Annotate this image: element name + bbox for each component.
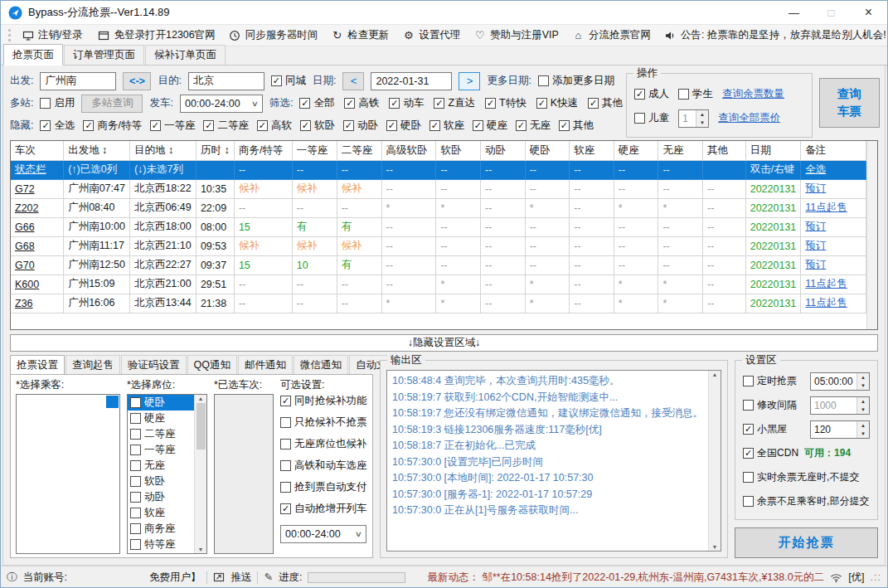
checkbox[interactable] — [130, 397, 141, 408]
checkbox[interactable] — [83, 120, 94, 131]
column-header[interactable]: 无座 — [658, 141, 703, 160]
toolbar-grip-handle[interactable] — [8, 29, 11, 41]
checkbox[interactable] — [536, 98, 547, 109]
hide-column-option[interactable]: 商务/特等 — [83, 119, 141, 133]
settings-tab-抢票设置[interactable]: 抢票设置 — [10, 355, 65, 375]
checkbox[interactable] — [130, 413, 141, 424]
spin-up-icon[interactable]: ▲ — [857, 421, 869, 430]
checkbox[interactable] — [588, 98, 599, 109]
scroll-down-icon[interactable]: ▼ — [198, 547, 204, 552]
multi-enable-checkbox[interactable]: 启用 — [40, 96, 75, 111]
adult-checkbox[interactable]: 成人 — [634, 87, 669, 101]
book-link[interactable]: 11点起售 — [801, 275, 866, 294]
date-input[interactable]: 2022-01-31 — [371, 72, 452, 90]
column-header[interactable]: 动卧 — [481, 141, 526, 160]
hide-column-option[interactable]: 其他 — [559, 119, 594, 133]
train-row[interactable]: G70广州南12:50北京西22:2709:371510有-----------… — [11, 255, 866, 275]
settings-tab-微信通知[interactable]: 微信通知 — [294, 355, 348, 375]
scroll-down-icon[interactable]: ▼ — [712, 544, 718, 550]
column-header[interactable]: 软座 — [570, 141, 614, 160]
column-header[interactable]: 备注 — [801, 141, 866, 160]
add-more-dates-checkbox[interactable]: 添加更多日期 — [538, 74, 614, 89]
book-link[interactable]: 预订 — [801, 255, 866, 275]
train-row[interactable]: Z36广州16:06北京西13:4421:38------**--*--**--… — [11, 294, 866, 313]
book-link[interactable]: 预订 — [801, 236, 866, 255]
push-label[interactable]: 推送 — [230, 571, 251, 585]
seat-list-scrollbar[interactable]: ▲ ▼ — [194, 395, 206, 553]
settings-tab-查询起售[interactable]: 查询起售 — [66, 355, 120, 375]
settings-tab-验证码设置[interactable]: 验证码设置 — [121, 355, 187, 375]
train-row[interactable]: K600广州15:09北京西21:0029:51--------*--*--**… — [11, 275, 866, 294]
hide-column-option[interactable]: 无座 — [516, 119, 551, 133]
column-header[interactable]: 其他 — [703, 141, 746, 160]
checkbox[interactable] — [280, 439, 291, 450]
toolbar-item[interactable]: 注销/登录 — [22, 28, 82, 42]
setting-checkbox[interactable]: 余票不足乘客时,部分提交 — [743, 494, 869, 508]
seat-option[interactable]: 动卧 — [128, 489, 194, 505]
query-price-link[interactable]: 查询全部票价 — [718, 111, 780, 125]
select-all-link[interactable]: 全选 — [801, 160, 866, 179]
seat-option[interactable]: 一等座 — [128, 442, 194, 458]
optional-setting[interactable]: 抢到票自动支付 — [280, 480, 367, 494]
depart-time-select[interactable]: 00:00-24:00∨ — [180, 95, 263, 113]
settings-tab-邮件通知[interactable]: 邮件通知 — [238, 355, 293, 375]
toolbar-item[interactable]: ♡赞助与注册VIP — [473, 28, 559, 42]
checkbox[interactable] — [130, 492, 141, 503]
spinner-buttons[interactable]: ▲▼ — [856, 421, 869, 438]
spin-down-icon[interactable]: ▼ — [857, 406, 869, 414]
checkbox[interactable] — [634, 113, 645, 124]
same-city-checkbox[interactable]: 同城 — [271, 74, 306, 88]
book-link[interactable]: 预订 — [801, 217, 866, 236]
selected-trains-list[interactable] — [214, 394, 274, 554]
train-number[interactable]: Z202 — [11, 198, 64, 217]
hide-column-option[interactable]: 二等座 — [203, 119, 249, 133]
checkbox[interactable] — [280, 482, 291, 493]
dest-input[interactable]: 北京 — [188, 72, 264, 90]
date-prev-button[interactable]: < — [342, 72, 364, 90]
checkbox[interactable] — [40, 120, 51, 131]
checkbox[interactable] — [743, 472, 754, 483]
spinner[interactable]: 05:00:00▲▼ — [810, 372, 870, 391]
spinner[interactable]: 120▲▼ — [810, 420, 870, 439]
checkbox[interactable] — [429, 120, 440, 131]
checkbox[interactable] — [300, 120, 311, 131]
checkbox[interactable] — [40, 98, 51, 109]
hide-column-option[interactable]: 动卧 — [343, 119, 378, 133]
checkbox[interactable] — [678, 89, 689, 100]
spin-down-icon[interactable]: ▼ — [857, 381, 869, 390]
swap-stations-button[interactable]: <-> — [123, 72, 151, 90]
column-header[interactable]: 软卧 — [436, 141, 481, 160]
spin-up-icon[interactable]: ▲ — [857, 373, 869, 381]
checkbox[interactable] — [130, 460, 141, 471]
spinner-buttons[interactable]: ▲▼ — [856, 373, 869, 390]
train-type-filter[interactable]: Z直达 — [434, 96, 475, 110]
checkbox[interactable] — [485, 98, 496, 109]
spin-up-icon[interactable]: ▲ — [696, 110, 708, 119]
optional-setting[interactable]: 自动抢增开列车 — [280, 502, 367, 516]
optional-setting[interactable]: 只抢候补不抢票 — [280, 415, 367, 430]
checkbox[interactable] — [538, 75, 549, 86]
checkbox[interactable] — [130, 476, 141, 487]
output-scrollbar[interactable]: ▲ ▼ — [708, 371, 721, 551]
same-city-checkbox[interactable]: 同城 — [271, 74, 306, 88]
train-type-filter[interactable]: 全部 — [299, 96, 334, 110]
cdn-checkbox[interactable]: 全国CDN — [743, 446, 798, 460]
checkbox[interactable] — [203, 120, 214, 131]
checkbox[interactable] — [130, 445, 141, 455]
seat-option[interactable]: 硬卧 — [128, 395, 194, 411]
student-checkbox[interactable]: 学生 — [678, 87, 713, 102]
hide-column-option[interactable]: 硬座 — [473, 119, 507, 133]
child-checkbox[interactable]: 儿童 — [634, 111, 669, 126]
tab-订单管理页面[interactable]: 订单管理页面 — [64, 45, 144, 65]
close-button[interactable]: × — [850, 1, 887, 24]
toolbar-item[interactable]: ⌂分流抢票官网 — [572, 28, 651, 42]
seat-option[interactable]: 软卧 — [128, 474, 194, 489]
train-type-filter[interactable]: T特快 — [485, 96, 526, 110]
spin-down-icon[interactable]: ▼ — [696, 119, 708, 127]
depart-input[interactable]: 广州南 — [40, 72, 116, 90]
checkbox[interactable] — [389, 98, 400, 109]
spinner-buttons[interactable]: ▲▼ — [856, 397, 869, 414]
optional-setting[interactable]: 高铁和动车选座 — [280, 459, 367, 473]
column-header[interactable]: 目的地 ↕ — [129, 141, 196, 160]
checkbox[interactable] — [280, 417, 291, 428]
